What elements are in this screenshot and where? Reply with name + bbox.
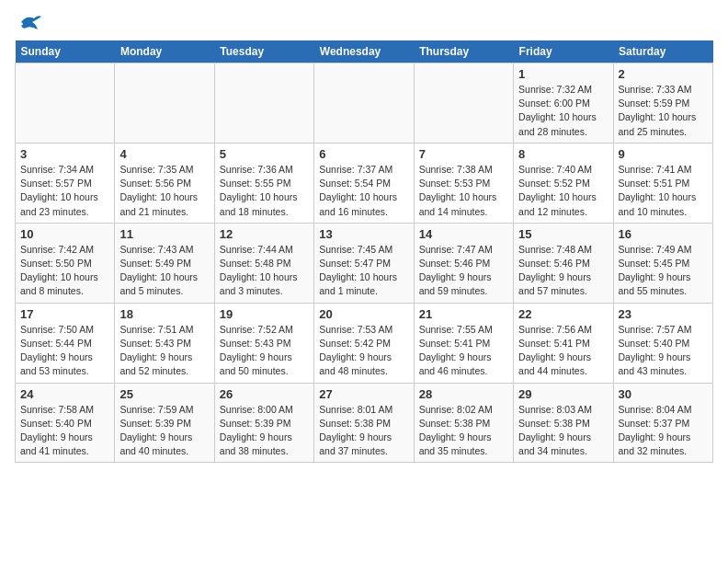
page-header [15, 15, 713, 33]
day-info: Sunrise: 7:42 AM Sunset: 5:50 PM Dayligh… [20, 243, 109, 299]
calendar-cell: 21Sunrise: 7:55 AM Sunset: 5:41 PM Dayli… [414, 303, 513, 383]
day-number: 20 [319, 307, 408, 321]
day-info: Sunrise: 8:03 AM Sunset: 5:38 PM Dayligh… [518, 403, 608, 459]
day-info: Sunrise: 8:01 AM Sunset: 5:38 PM Dayligh… [319, 403, 408, 459]
calendar-cell: 14Sunrise: 7:47 AM Sunset: 5:46 PM Dayli… [414, 223, 513, 303]
day-number: 5 [220, 147, 309, 161]
day-number: 13 [319, 227, 408, 241]
weekday-header-thursday: Thursday [414, 40, 513, 63]
calendar-cell: 11Sunrise: 7:43 AM Sunset: 5:49 PM Dayli… [115, 223, 214, 303]
day-info: Sunrise: 7:37 AM Sunset: 5:54 PM Dayligh… [319, 163, 408, 219]
day-number: 6 [319, 147, 408, 161]
day-info: Sunrise: 7:43 AM Sunset: 5:49 PM Dayligh… [119, 243, 209, 299]
calendar-cell: 2Sunrise: 7:33 AM Sunset: 5:59 PM Daylig… [613, 63, 712, 144]
day-info: Sunrise: 8:02 AM Sunset: 5:38 PM Dayligh… [419, 403, 508, 459]
day-number: 10 [20, 227, 109, 241]
calendar-cell: 15Sunrise: 7:48 AM Sunset: 5:46 PM Dayli… [514, 223, 613, 303]
day-number: 1 [518, 67, 608, 81]
day-info: Sunrise: 7:53 AM Sunset: 5:42 PM Dayligh… [319, 323, 408, 379]
day-number: 19 [220, 307, 309, 321]
day-number: 23 [619, 307, 708, 321]
weekday-header-wednesday: Wednesday [314, 40, 414, 63]
weekday-header-sunday: Sunday [16, 40, 115, 63]
calendar-cell: 26Sunrise: 8:00 AM Sunset: 5:39 PM Dayli… [214, 383, 313, 463]
day-number: 18 [119, 307, 209, 321]
day-number: 4 [119, 147, 209, 161]
day-info: Sunrise: 7:35 AM Sunset: 5:56 PM Dayligh… [119, 163, 209, 219]
day-info: Sunrise: 7:50 AM Sunset: 5:44 PM Dayligh… [20, 323, 109, 379]
logo [15, 15, 43, 33]
calendar-cell: 13Sunrise: 7:45 AM Sunset: 5:47 PM Dayli… [314, 223, 414, 303]
day-info: Sunrise: 7:52 AM Sunset: 5:43 PM Dayligh… [220, 323, 309, 379]
day-number: 24 [20, 387, 109, 401]
day-number: 11 [119, 227, 209, 241]
day-info: Sunrise: 7:47 AM Sunset: 5:46 PM Dayligh… [419, 243, 508, 299]
calendar-cell: 28Sunrise: 8:02 AM Sunset: 5:38 PM Dayli… [414, 383, 513, 463]
day-info: Sunrise: 7:57 AM Sunset: 5:40 PM Dayligh… [619, 323, 708, 379]
day-info: Sunrise: 8:04 AM Sunset: 5:37 PM Dayligh… [619, 403, 708, 459]
day-info: Sunrise: 7:34 AM Sunset: 5:57 PM Dayligh… [20, 163, 109, 219]
calendar-cell: 5Sunrise: 7:36 AM Sunset: 5:55 PM Daylig… [214, 143, 313, 223]
day-number: 3 [20, 147, 109, 161]
logo-bird-icon [17, 13, 43, 33]
day-number: 30 [619, 387, 708, 401]
day-info: Sunrise: 7:56 AM Sunset: 5:41 PM Dayligh… [518, 323, 608, 379]
day-info: Sunrise: 7:41 AM Sunset: 5:51 PM Dayligh… [619, 163, 708, 219]
day-number: 29 [518, 387, 608, 401]
weekday-header-monday: Monday [115, 40, 214, 63]
day-number: 8 [518, 147, 608, 161]
calendar-cell: 4Sunrise: 7:35 AM Sunset: 5:56 PM Daylig… [115, 143, 214, 223]
calendar-cell: 6Sunrise: 7:37 AM Sunset: 5:54 PM Daylig… [314, 143, 414, 223]
day-number: 25 [119, 387, 209, 401]
day-number: 15 [518, 227, 608, 241]
calendar-cell: 9Sunrise: 7:41 AM Sunset: 5:51 PM Daylig… [613, 143, 712, 223]
calendar-cell [115, 63, 214, 144]
day-info: Sunrise: 7:32 AM Sunset: 6:00 PM Dayligh… [518, 83, 608, 139]
day-info: Sunrise: 7:45 AM Sunset: 5:47 PM Dayligh… [319, 243, 408, 299]
day-info: Sunrise: 7:48 AM Sunset: 5:46 PM Dayligh… [518, 243, 608, 299]
calendar-cell: 7Sunrise: 7:38 AM Sunset: 5:53 PM Daylig… [414, 143, 513, 223]
weekday-header-friday: Friday [514, 40, 613, 63]
day-info: Sunrise: 7:51 AM Sunset: 5:43 PM Dayligh… [119, 323, 209, 379]
calendar-cell: 12Sunrise: 7:44 AM Sunset: 5:48 PM Dayli… [214, 223, 313, 303]
calendar-cell: 30Sunrise: 8:04 AM Sunset: 5:37 PM Dayli… [613, 383, 712, 463]
calendar-cell: 8Sunrise: 7:40 AM Sunset: 5:52 PM Daylig… [514, 143, 613, 223]
day-number: 22 [518, 307, 608, 321]
calendar-cell [414, 63, 513, 144]
day-number: 12 [220, 227, 309, 241]
calendar-table: SundayMondayTuesdayWednesdayThursdayFrid… [15, 40, 713, 463]
calendar-cell: 1Sunrise: 7:32 AM Sunset: 6:00 PM Daylig… [514, 63, 613, 144]
day-number: 17 [20, 307, 109, 321]
day-number: 2 [619, 67, 708, 81]
calendar-cell: 3Sunrise: 7:34 AM Sunset: 5:57 PM Daylig… [16, 143, 115, 223]
calendar-cell: 25Sunrise: 7:59 AM Sunset: 5:39 PM Dayli… [115, 383, 214, 463]
day-info: Sunrise: 7:58 AM Sunset: 5:40 PM Dayligh… [20, 403, 109, 459]
calendar-cell: 22Sunrise: 7:56 AM Sunset: 5:41 PM Dayli… [514, 303, 613, 383]
calendar-cell: 17Sunrise: 7:50 AM Sunset: 5:44 PM Dayli… [16, 303, 115, 383]
calendar-cell: 20Sunrise: 7:53 AM Sunset: 5:42 PM Dayli… [314, 303, 414, 383]
day-number: 14 [419, 227, 508, 241]
calendar-cell: 23Sunrise: 7:57 AM Sunset: 5:40 PM Dayli… [613, 303, 712, 383]
day-info: Sunrise: 7:36 AM Sunset: 5:55 PM Dayligh… [220, 163, 309, 219]
calendar-cell: 27Sunrise: 8:01 AM Sunset: 5:38 PM Dayli… [314, 383, 414, 463]
day-number: 7 [419, 147, 508, 161]
calendar-cell [314, 63, 414, 144]
day-info: Sunrise: 7:38 AM Sunset: 5:53 PM Dayligh… [419, 163, 508, 219]
day-info: Sunrise: 7:44 AM Sunset: 5:48 PM Dayligh… [220, 243, 309, 299]
day-number: 16 [619, 227, 708, 241]
calendar-cell [214, 63, 313, 144]
day-number: 9 [619, 147, 708, 161]
day-number: 26 [220, 387, 309, 401]
calendar-cell: 18Sunrise: 7:51 AM Sunset: 5:43 PM Dayli… [115, 303, 214, 383]
day-info: Sunrise: 7:49 AM Sunset: 5:45 PM Dayligh… [619, 243, 708, 299]
calendar-cell: 19Sunrise: 7:52 AM Sunset: 5:43 PM Dayli… [214, 303, 313, 383]
day-info: Sunrise: 8:00 AM Sunset: 5:39 PM Dayligh… [220, 403, 309, 459]
calendar-cell: 10Sunrise: 7:42 AM Sunset: 5:50 PM Dayli… [16, 223, 115, 303]
day-info: Sunrise: 7:59 AM Sunset: 5:39 PM Dayligh… [119, 403, 209, 459]
day-info: Sunrise: 7:33 AM Sunset: 5:59 PM Dayligh… [619, 83, 708, 139]
day-number: 27 [319, 387, 408, 401]
calendar-cell: 16Sunrise: 7:49 AM Sunset: 5:45 PM Dayli… [613, 223, 712, 303]
calendar-cell: 29Sunrise: 8:03 AM Sunset: 5:38 PM Dayli… [514, 383, 613, 463]
calendar-cell [16, 63, 115, 144]
weekday-header-saturday: Saturday [613, 40, 712, 63]
